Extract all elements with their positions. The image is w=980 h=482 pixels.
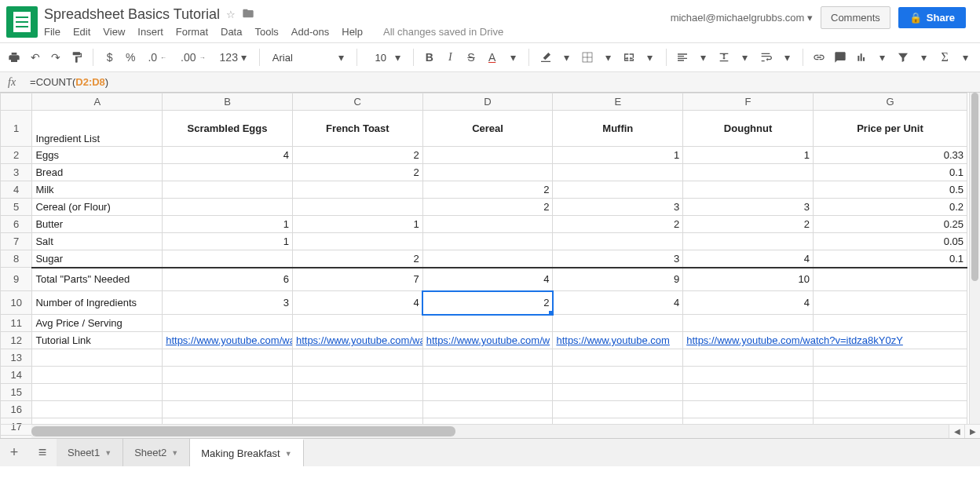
- cell[interactable]: [292, 401, 422, 418]
- decrease-decimal[interactable]: .0←: [143, 48, 171, 67]
- row-header[interactable]: 5: [1, 199, 32, 216]
- cell[interactable]: [163, 367, 293, 384]
- cell[interactable]: [553, 233, 683, 250]
- align-caret[interactable]: ▾: [695, 48, 711, 67]
- functions-icon[interactable]: Σ: [937, 48, 953, 67]
- merge-caret[interactable]: ▾: [642, 48, 658, 67]
- col-header-D[interactable]: D: [422, 93, 553, 111]
- bold-button[interactable]: B: [422, 48, 438, 67]
- cell[interactable]: 2: [422, 181, 553, 199]
- cell-selected[interactable]: 2: [422, 291, 553, 315]
- cell[interactable]: [553, 367, 683, 384]
- cell[interactable]: 10: [683, 268, 814, 291]
- cell[interactable]: [813, 268, 967, 291]
- cell[interactable]: [813, 367, 967, 384]
- document-title[interactable]: Spreadsheet Basics Tutorial: [44, 6, 220, 23]
- cell[interactable]: [422, 384, 553, 401]
- cell-link[interactable]: https://www.youtube.com/wa: [292, 332, 422, 349]
- cell[interactable]: [683, 233, 814, 250]
- cell[interactable]: [422, 315, 553, 332]
- borders-caret[interactable]: ▾: [600, 48, 616, 67]
- cell[interactable]: [32, 367, 163, 384]
- add-sheet-button[interactable]: +: [0, 444, 28, 461]
- cell[interactable]: [163, 349, 293, 367]
- formula-bar[interactable]: =COUNT(D2:D8): [24, 73, 980, 91]
- cell-link[interactable]: https://www.youtube.com/w: [422, 332, 553, 349]
- paint-format-icon[interactable]: [69, 48, 86, 67]
- cell[interactable]: 4: [553, 291, 683, 315]
- tab-sheet1[interactable]: Sheet1▼: [57, 439, 123, 466]
- cell[interactable]: [292, 199, 422, 216]
- menu-addons[interactable]: Add-ons: [291, 26, 329, 38]
- cell[interactable]: [683, 384, 814, 401]
- cell[interactable]: [292, 181, 422, 199]
- col-header-G[interactable]: G: [813, 93, 967, 111]
- chart-caret[interactable]: ▾: [874, 48, 890, 67]
- italic-button[interactable]: I: [442, 48, 459, 67]
- tab-making-breakfast[interactable]: Making Breakfast▼: [190, 439, 303, 466]
- cell[interactable]: 4: [292, 291, 422, 315]
- col-header-A[interactable]: A: [32, 93, 163, 111]
- cell[interactable]: [422, 164, 553, 181]
- cell[interactable]: Eggs: [32, 147, 163, 164]
- cell[interactable]: 2: [292, 164, 422, 181]
- cell[interactable]: [163, 164, 293, 181]
- row-header[interactable]: 8: [1, 250, 32, 268]
- app-logo[interactable]: [6, 6, 38, 38]
- cell[interactable]: 4: [163, 147, 293, 164]
- menu-view[interactable]: View: [103, 26, 125, 38]
- select-all-corner[interactable]: [1, 93, 32, 111]
- row-header[interactable]: 11: [1, 315, 32, 332]
- row-header[interactable]: 15: [1, 384, 32, 401]
- scroll-right-icon[interactable]: ▶: [964, 425, 980, 438]
- text-color-button[interactable]: A: [484, 48, 500, 67]
- cell[interactable]: Ingredient List: [32, 111, 163, 147]
- cell[interactable]: [813, 315, 967, 332]
- cell[interactable]: [32, 349, 163, 367]
- text-color-caret[interactable]: ▾: [505, 48, 521, 67]
- scroll-left-icon[interactable]: ◀: [949, 425, 964, 438]
- menu-tools[interactable]: Tools: [254, 26, 278, 38]
- cell[interactable]: [683, 367, 814, 384]
- share-button[interactable]: 🔒 Share: [898, 7, 966, 28]
- cell[interactable]: Doughnut: [683, 111, 814, 147]
- fill-caret[interactable]: ▾: [558, 48, 575, 67]
- cell[interactable]: Muffin: [553, 111, 683, 147]
- cell[interactable]: 4: [422, 268, 553, 291]
- cell[interactable]: [163, 199, 293, 216]
- cell[interactable]: [292, 367, 422, 384]
- cell[interactable]: 1: [683, 147, 814, 164]
- comment-icon[interactable]: [832, 48, 849, 67]
- cell[interactable]: [553, 384, 683, 401]
- cell[interactable]: 0.33: [813, 147, 967, 164]
- row-header[interactable]: 3: [1, 164, 32, 181]
- menu-format[interactable]: Format: [176, 26, 208, 38]
- filter-caret[interactable]: ▾: [916, 48, 932, 67]
- cell[interactable]: 3: [163, 291, 293, 315]
- cell[interactable]: Butter: [32, 216, 163, 233]
- borders-icon[interactable]: [580, 48, 596, 67]
- cell[interactable]: 3: [683, 199, 814, 216]
- cell[interactable]: Price per Unit: [813, 111, 967, 147]
- row-header[interactable]: 1: [1, 111, 32, 147]
- cell[interactable]: French Toast: [292, 111, 422, 147]
- cell[interactable]: [422, 250, 553, 268]
- cell[interactable]: 9: [553, 268, 683, 291]
- cell[interactable]: [813, 384, 967, 401]
- cell[interactable]: [422, 147, 553, 164]
- row-header[interactable]: 14: [1, 367, 32, 384]
- cell[interactable]: [32, 401, 163, 418]
- wrap-caret[interactable]: ▾: [779, 48, 795, 67]
- cell[interactable]: [32, 384, 163, 401]
- cell[interactable]: 1: [292, 216, 422, 233]
- cell[interactable]: 0.1: [813, 164, 967, 181]
- cell[interactable]: [422, 367, 553, 384]
- cell[interactable]: [683, 164, 814, 181]
- cell[interactable]: [553, 349, 683, 367]
- cell[interactable]: 1: [163, 233, 293, 250]
- vertical-scrollbar[interactable]: [969, 93, 980, 424]
- row-header[interactable]: 10: [1, 291, 32, 315]
- tab-sheet2[interactable]: Sheet2▼: [123, 439, 190, 466]
- menu-data[interactable]: Data: [221, 26, 242, 38]
- filter-icon[interactable]: [895, 48, 912, 67]
